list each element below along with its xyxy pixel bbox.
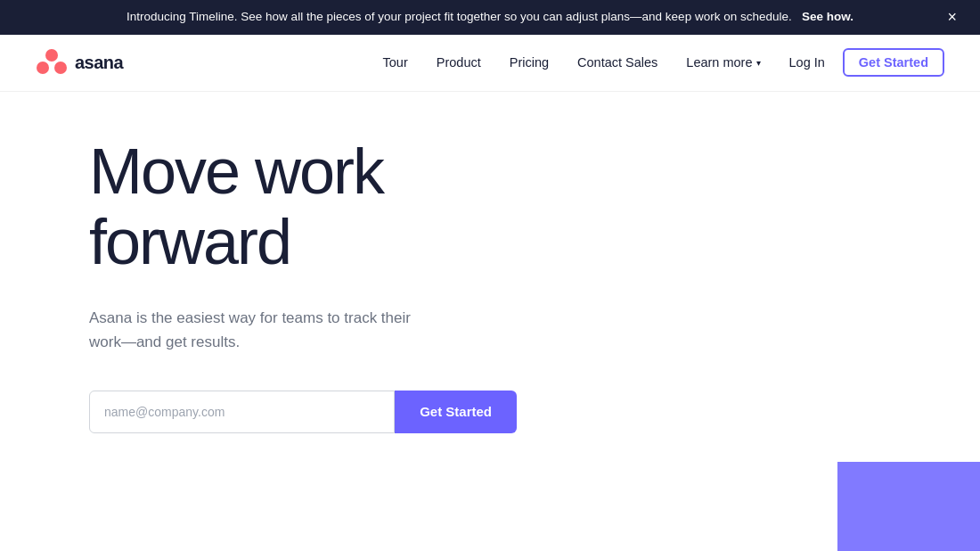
banner-message: Introducing Timeline. See how all the pi… bbox=[127, 10, 792, 23]
get-started-button[interactable]: Get Started bbox=[395, 391, 517, 433]
nav-product[interactable]: Product bbox=[426, 50, 492, 75]
banner-close-button[interactable]: × bbox=[942, 7, 962, 27]
nav-links: Tour Product Pricing Contact Sales Learn… bbox=[372, 48, 944, 77]
announcement-banner: Introducing Timeline. See how all the pi… bbox=[0, 0, 980, 35]
nav-learn-more[interactable]: Learn more ▾ bbox=[675, 50, 771, 75]
logo[interactable]: asana bbox=[36, 46, 123, 78]
email-input[interactable] bbox=[89, 391, 395, 433]
navbar: asana Tour Product Pricing Contact Sales… bbox=[0, 35, 980, 92]
blob-shape bbox=[837, 462, 980, 551]
hero-title: Move work forward bbox=[89, 136, 588, 277]
hero-subtitle: Asana is the easiest way for teams to tr… bbox=[89, 306, 445, 354]
hero-section: Move work forward Asana is the easiest w… bbox=[0, 92, 980, 433]
svg-point-1 bbox=[37, 62, 49, 74]
logo-text: asana bbox=[75, 53, 123, 73]
nav-contact-sales[interactable]: Contact Sales bbox=[567, 50, 668, 75]
nav-pricing[interactable]: Pricing bbox=[499, 50, 559, 75]
banner-text: Introducing Timeline. See how all the pi… bbox=[36, 9, 944, 26]
banner-link[interactable]: See how. bbox=[802, 10, 853, 23]
decorative-blob bbox=[837, 462, 980, 551]
svg-point-2 bbox=[54, 62, 67, 74]
chevron-down-icon: ▾ bbox=[756, 58, 761, 68]
nav-tour[interactable]: Tour bbox=[372, 50, 419, 75]
nav-get-started-button[interactable]: Get Started bbox=[843, 48, 944, 77]
cta-form: Get Started bbox=[89, 391, 517, 433]
nav-login[interactable]: Log In bbox=[779, 50, 836, 75]
svg-point-0 bbox=[45, 49, 58, 62]
logo-icon bbox=[36, 46, 68, 78]
